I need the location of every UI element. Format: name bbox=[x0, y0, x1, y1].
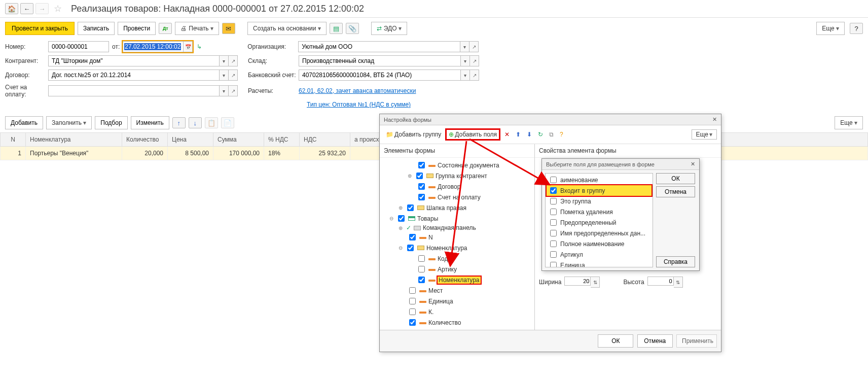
elements-header: Элементы формы bbox=[380, 144, 534, 158]
contract-dropdown-icon[interactable]: ▾ bbox=[220, 70, 229, 81]
contract-input[interactable] bbox=[48, 70, 220, 81]
table-more-button[interactable]: Еще bbox=[835, 116, 863, 129]
form-area: Номер: от: 27.02.2015 12:00:02 📅 ↳ Орган… bbox=[0, 39, 868, 113]
more-button[interactable]: Еще bbox=[816, 22, 845, 35]
col-sum[interactable]: Сумма bbox=[213, 133, 264, 147]
form-settings-dialog: Настройка формы ✕ 📁Добавить группу ⊕Доба… bbox=[379, 114, 721, 160]
partner-dropdown-icon[interactable]: ▾ bbox=[220, 55, 229, 66]
doc-icon[interactable]: ▤ bbox=[330, 23, 343, 34]
star-icon[interactable]: ☆ bbox=[54, 3, 62, 14]
mail-icon[interactable]: ✉ bbox=[222, 23, 235, 34]
move-up-icon[interactable]: ↑ bbox=[172, 117, 186, 128]
create-based-button[interactable]: Создать на основании bbox=[247, 22, 327, 35]
fill-button[interactable]: Заполнить bbox=[46, 116, 92, 129]
dialog-title: Настройка формы bbox=[384, 117, 431, 123]
calendar-icon[interactable]: 📅 bbox=[184, 41, 193, 52]
invoice-open-icon[interactable]: ↗ bbox=[229, 85, 238, 96]
command-bar: Провести и закрыть Записать Провести Дт … bbox=[0, 18, 868, 39]
warehouse-open-icon[interactable]: ↗ bbox=[470, 55, 479, 66]
price-type-link[interactable]: Тип цен: Оптовая №1 (НДС в сумме) bbox=[307, 101, 411, 108]
window-toolbar: 🏠 ← → ☆ Реализация товаров: Накладная 00… bbox=[0, 0, 868, 18]
save-button[interactable]: Записать bbox=[78, 22, 115, 35]
invoice-input[interactable] bbox=[48, 85, 220, 96]
dtct-icon[interactable]: Дт bbox=[159, 23, 172, 34]
org-input[interactable] bbox=[298, 41, 460, 52]
invoice-dropdown-icon[interactable]: ▾ bbox=[220, 85, 229, 96]
partner-label: Контрагент: bbox=[5, 57, 48, 64]
partner-open-icon[interactable]: ↗ bbox=[229, 55, 238, 66]
warehouse-label: Склад: bbox=[248, 57, 299, 64]
col-price[interactable]: Цена bbox=[168, 133, 213, 147]
change-button[interactable]: Изменить bbox=[131, 116, 169, 129]
bank-open-icon[interactable]: ↗ bbox=[470, 70, 479, 81]
col-vatrate[interactable]: % НДС bbox=[264, 133, 300, 147]
col-item[interactable]: Номенклатура bbox=[26, 133, 122, 147]
post-and-close-button[interactable]: Провести и закрыть bbox=[5, 22, 75, 35]
paste-icon[interactable]: 📄 bbox=[221, 117, 234, 128]
move-down-icon[interactable]: ↓ bbox=[189, 117, 202, 128]
number-label: Номер: bbox=[5, 43, 48, 50]
ok-status-icon[interactable]: ↳ bbox=[197, 43, 202, 50]
bank-input[interactable] bbox=[299, 70, 461, 81]
warehouse-input[interactable] bbox=[299, 55, 461, 66]
org-dropdown-icon[interactable]: ▾ bbox=[460, 41, 469, 52]
calc-label: Расчеты: bbox=[248, 87, 299, 94]
add-fields-button[interactable]: ⊕Добавить поля bbox=[445, 128, 500, 141]
partner-input[interactable] bbox=[48, 55, 220, 66]
copy-icon[interactable]: 📋 bbox=[205, 117, 218, 128]
field-chooser-dialog: Выберите поля для размещения в форме ✕ а… bbox=[541, 158, 700, 160]
arrow-up-icon[interactable]: ⬆ bbox=[514, 130, 523, 139]
pick-button[interactable]: Подбор bbox=[95, 116, 127, 129]
number-input[interactable] bbox=[48, 41, 109, 52]
col-qty[interactable]: Количество bbox=[122, 133, 168, 147]
folder-plus-icon: 📁 bbox=[386, 131, 393, 138]
page-title: Реализация товаров: Накладная 0000-00000… bbox=[71, 4, 364, 14]
add-group-button[interactable]: 📁Добавить группу bbox=[384, 130, 443, 139]
col-vat[interactable]: НДС bbox=[300, 133, 350, 147]
add-row-button[interactable]: Добавить bbox=[5, 116, 43, 129]
dialog-more-button[interactable]: Еще bbox=[692, 129, 717, 140]
form-elements-tree[interactable]: Состояние документа ⊕Группа контрагент Д… bbox=[380, 158, 534, 160]
org-label: Организация: bbox=[247, 43, 298, 50]
date-input[interactable]: 27.02.2015 12:00:02 bbox=[123, 41, 184, 52]
contract-open-icon[interactable]: ↗ bbox=[229, 70, 238, 81]
invoice-label: Счет на оплату: bbox=[5, 84, 48, 98]
bank-dropdown-icon[interactable]: ▾ bbox=[461, 70, 470, 81]
home-icon[interactable]: 🏠 bbox=[5, 3, 18, 14]
attach-icon[interactable]: 📎 bbox=[346, 23, 359, 34]
edi-button[interactable]: ⇄ЭДО bbox=[371, 22, 407, 35]
refresh-icon[interactable]: ↻ bbox=[536, 130, 545, 139]
copy-tree-icon[interactable]: ⧉ bbox=[547, 130, 556, 139]
help-cmd-icon[interactable]: ? bbox=[850, 23, 863, 34]
bank-label: Банковский счет: bbox=[248, 72, 299, 79]
col-n[interactable]: N bbox=[1, 133, 26, 147]
calc-link[interactable]: 62.01, 62.02, зачет аванса автоматически bbox=[299, 87, 416, 94]
forward-icon[interactable]: → bbox=[35, 3, 49, 14]
help-icon[interactable]: ? bbox=[558, 130, 565, 139]
post-button[interactable]: Провести bbox=[118, 22, 156, 35]
arrow-down-icon[interactable]: ⬇ bbox=[525, 130, 534, 139]
delete-icon[interactable]: ✕ bbox=[502, 130, 512, 139]
org-open-icon[interactable]: ↗ bbox=[469, 41, 479, 52]
back-icon[interactable]: ← bbox=[20, 3, 33, 14]
properties-header: Свойства элемента формы bbox=[535, 144, 721, 158]
dialog-close-icon[interactable]: ✕ bbox=[712, 116, 717, 123]
warehouse-dropdown-icon[interactable]: ▾ bbox=[461, 55, 470, 66]
contract-label: Договор: bbox=[5, 72, 48, 79]
from-label: от: bbox=[112, 43, 120, 50]
plus-circle-icon: ⊕ bbox=[449, 131, 454, 138]
print-button[interactable]: 🖨Печать bbox=[175, 22, 219, 35]
